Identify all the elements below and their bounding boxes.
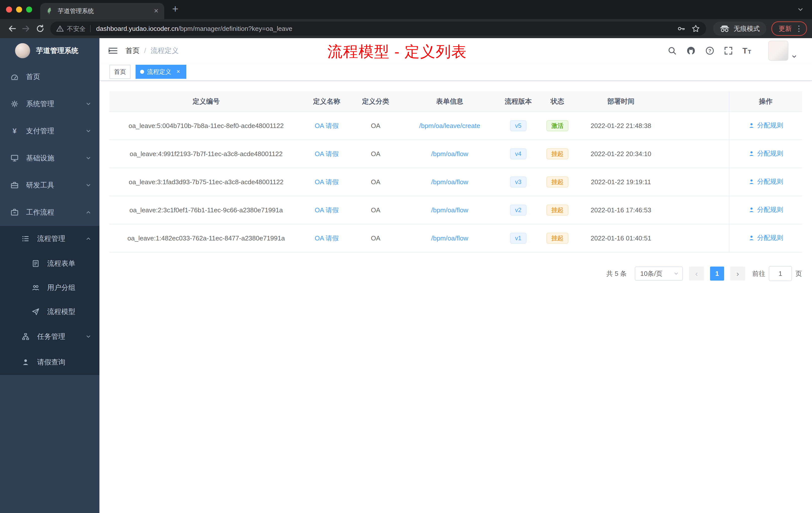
definition-id: oa_leave:4:991f2193-7b7f-11ec-a3c8-acde4… (110, 140, 303, 168)
deploy-time: 2022-01-22 21:48:38 (577, 112, 665, 140)
definition-name-link[interactable]: OA 请假 (315, 234, 339, 242)
github-icon[interactable] (686, 46, 696, 56)
definition-name-link[interactable]: OA 请假 (315, 178, 339, 186)
assign-rule-link[interactable]: 分配规则 (748, 149, 783, 158)
password-key-icon[interactable] (677, 24, 686, 33)
active-dot (140, 70, 144, 74)
sidebar-item-infrastructure[interactable]: 基础设施 (0, 145, 99, 172)
bookmark-star-icon[interactable] (692, 24, 700, 33)
breadcrumb-separator: / (144, 47, 146, 55)
sidebar-item-label: 工作流程 (26, 208, 54, 217)
url-host: dashboard.yudao.iocoder.cn (96, 25, 178, 32)
paper-plane-icon (31, 307, 40, 316)
assign-rule-link[interactable]: 分配规则 (748, 205, 783, 214)
status-tag: 挂起 (546, 233, 569, 244)
sidebar-item-process-form[interactable]: 流程表单 (0, 251, 99, 276)
tag-close-icon[interactable]: × (175, 68, 182, 75)
sidebar-item-process-management[interactable]: 流程管理 (0, 226, 99, 251)
incognito-icon (720, 25, 730, 32)
sidebar-item-workflow[interactable]: 工作流程 (0, 199, 99, 226)
tag-process-definition[interactable]: 流程定义 × (136, 65, 186, 79)
assign-rule-link[interactable]: 分配规则 (748, 121, 783, 130)
browser-tab[interactable]: 芋道管理系统 × (40, 3, 164, 19)
status-tag: 挂起 (546, 176, 569, 187)
window-controls (0, 6, 40, 12)
tag-label: 流程定义 (147, 68, 171, 76)
next-page-button[interactable]: › (730, 267, 745, 280)
version-tag: v3 (510, 176, 526, 187)
tab-search-icon[interactable] (797, 6, 804, 13)
user-avatar[interactable] (768, 41, 797, 61)
definition-name-link[interactable]: OA 请假 (315, 122, 339, 129)
col-form-info: 表单信息 (401, 91, 499, 112)
sidebar-item-home[interactable]: 首页 (0, 63, 99, 90)
sidebar-item-leave-query[interactable]: 请假查询 (0, 350, 99, 375)
browser-menu-icon[interactable]: ⋮ (795, 25, 803, 32)
breadcrumb-home[interactable]: 首页 (125, 46, 140, 56)
sidebar-item-task-management[interactable]: 任务管理 (0, 324, 99, 350)
form-link[interactable]: /bpm/oa/leave/create (419, 122, 480, 129)
svg-text:?: ? (708, 48, 711, 54)
page-size-value: 10条/页 (640, 269, 662, 278)
assign-rule-link[interactable]: 分配规则 (748, 177, 783, 186)
sidebar-item-label: 研发工具 (26, 180, 54, 190)
sidebar-item-process-model[interactable]: 流程模型 (0, 300, 99, 324)
form-link[interactable]: /bpm/oa/flow (431, 178, 468, 186)
page-number-button[interactable]: 1 (710, 267, 724, 280)
hamburger-icon[interactable] (109, 47, 117, 55)
window-close-button[interactable] (6, 6, 12, 12)
chevron-up-icon (85, 209, 91, 215)
table-row: oa_leave:4:991f2193-7b7f-11ec-a3c8-acde4… (110, 140, 802, 168)
definition-category: OA (350, 168, 401, 196)
forward-button[interactable] (19, 22, 33, 36)
sidebar-item-label: 流程表单 (47, 259, 75, 268)
screen: 芋道管理系统 × + 不安全 dashboard.yudao.iocoder.c… (0, 0, 812, 513)
form-link[interactable]: /bpm/oa/flow (431, 206, 468, 214)
col-definition-name: 定义名称 (303, 91, 350, 112)
app-title: 芋道管理系统 (36, 46, 78, 56)
sidebar-item-payment[interactable]: ¥ 支付管理 (0, 117, 99, 145)
sidebar-item-label: 流程管理 (37, 234, 65, 243)
definition-name-link[interactable]: OA 请假 (315, 206, 339, 214)
tag-home[interactable]: 首页 (110, 65, 130, 79)
window-minimize-button[interactable] (16, 6, 22, 12)
page-size-select[interactable]: 10条/页 (635, 267, 683, 280)
window-zoom-button[interactable] (26, 6, 32, 12)
form-link[interactable]: /bpm/oa/flow (431, 150, 468, 158)
goto-page-input[interactable] (769, 266, 792, 281)
toolbox-icon (10, 181, 19, 190)
back-button[interactable] (5, 22, 19, 36)
col-status: 状态 (538, 91, 577, 112)
briefcase-icon (10, 208, 19, 217)
definition-category: OA (350, 112, 401, 140)
status-tag: 挂起 (546, 148, 569, 159)
security-warning-icon[interactable] (56, 25, 64, 32)
new-tab-button[interactable]: + (168, 2, 182, 17)
table-row: oa_leave:2:3c1f0ef1-76b1-11ec-9c66-a2380… (110, 196, 802, 224)
update-button[interactable]: 更新 ⋮ (771, 21, 807, 36)
sidebar-item-system[interactable]: 系统管理 (0, 90, 99, 117)
search-icon[interactable] (668, 46, 677, 55)
sidebar-item-dev-tools[interactable]: 研发工具 (0, 172, 99, 199)
app-logo[interactable]: 芋道管理系统 (0, 38, 99, 63)
font-size-icon[interactable]: TT (743, 47, 751, 55)
address-bar[interactable]: 不安全 dashboard.yudao.iocoder.cn/bpm/manag… (50, 22, 706, 36)
goto-suffix: 页 (795, 269, 802, 278)
assign-rule-link[interactable]: 分配规则 (748, 233, 783, 242)
deploy-time: 2022-01-22 20:34:10 (577, 140, 665, 168)
main-panel: 流程模型 - 定义列表 首页 / 流程定义 (99, 38, 812, 513)
definition-name-link[interactable]: OA 请假 (315, 150, 339, 158)
reload-button[interactable] (33, 22, 47, 36)
tab-title: 芋道管理系统 (58, 7, 148, 15)
sidebar-item-user-group[interactable]: 用户分组 (0, 276, 99, 300)
form-link[interactable]: /bpm/oa/flow (431, 234, 468, 242)
help-icon[interactable]: ? (705, 46, 714, 55)
definition-category: OA (350, 140, 401, 168)
tab-close-icon[interactable]: × (152, 7, 160, 15)
logo-avatar (15, 43, 30, 58)
tag-label: 首页 (114, 68, 126, 76)
goto-prefix: 前往 (752, 269, 765, 278)
fullscreen-icon[interactable] (724, 46, 733, 55)
col-process-version: 流程版本 (499, 91, 538, 112)
prev-page-button[interactable]: ‹ (689, 267, 704, 280)
